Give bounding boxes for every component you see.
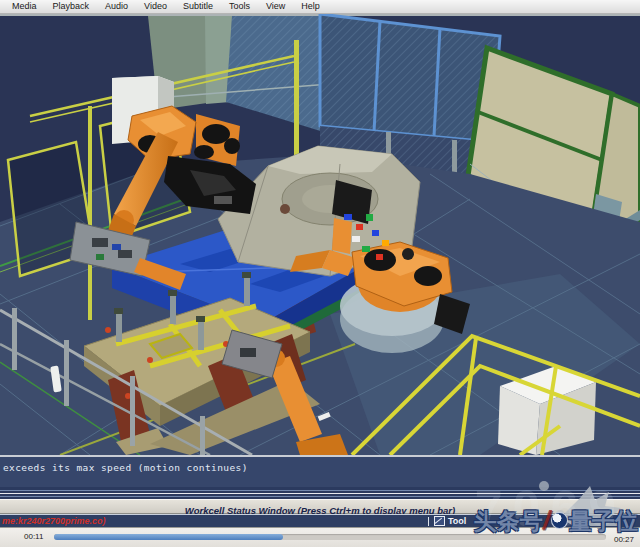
menu-item-tools[interactable]: Tools bbox=[221, 0, 258, 13]
menu-item-video[interactable]: Video bbox=[136, 0, 175, 13]
workcell-status-bar: Workcell Status Window (Press Ctrl+m to … bbox=[0, 499, 640, 514]
total-time: 00:27 bbox=[614, 535, 634, 544]
menu-item-view[interactable]: View bbox=[258, 0, 293, 13]
console-message: exceeds its max speed (motion continues) bbox=[3, 462, 248, 473]
video-display-area[interactable]: KV5 bbox=[0, 14, 640, 527]
seek-slider[interactable] bbox=[54, 534, 606, 540]
vlc-player-window: Media Playback Audio Video Subtitle Tool… bbox=[0, 0, 640, 547]
seek-row: 00:11 00:27 bbox=[0, 527, 640, 547]
menu-item-media[interactable]: Media bbox=[4, 0, 45, 13]
menu-item-audio[interactable]: Audio bbox=[97, 0, 136, 13]
menu-item-playback[interactable]: Playback bbox=[45, 0, 98, 13]
info-bar: me:kr240r2700prime.co) Tool bbox=[0, 514, 640, 527]
elapsed-time: 00:11 bbox=[24, 532, 43, 541]
tool-taskbar-item: Tool bbox=[428, 516, 466, 526]
separator bbox=[428, 517, 429, 526]
tool-label: Tool bbox=[448, 516, 466, 526]
menu-item-subtitle[interactable]: Subtitle bbox=[175, 0, 221, 13]
simulation-scene: KV5 bbox=[0, 14, 640, 455]
window-icon bbox=[434, 516, 445, 526]
console-divider bbox=[0, 487, 640, 499]
seek-progress-fill bbox=[54, 534, 283, 540]
filename-text: me:kr240r2700prime.co) bbox=[2, 516, 106, 526]
menu-item-help[interactable]: Help bbox=[293, 0, 328, 13]
menu-bar: Media Playback Audio Video Subtitle Tool… bbox=[0, 0, 640, 14]
status-console: exceeds its max speed (motion continues) bbox=[0, 455, 640, 499]
